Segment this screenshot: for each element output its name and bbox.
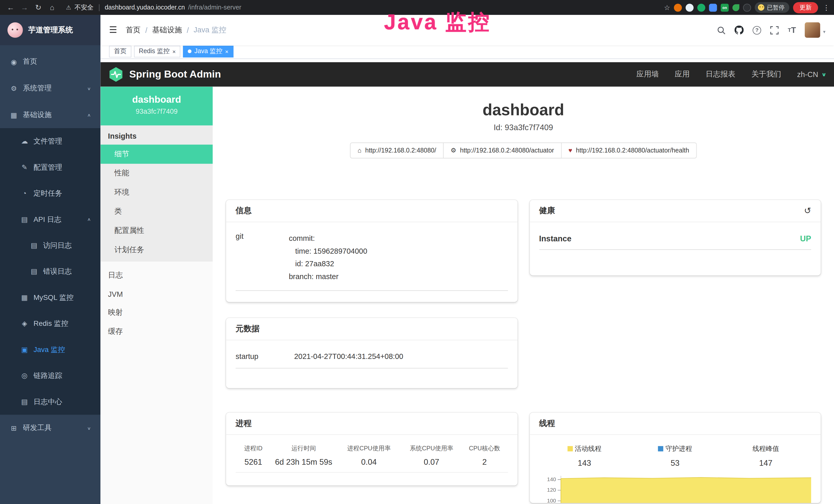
- sidebar-item-tracing[interactable]: ◎ 链路追踪: [0, 363, 101, 388]
- sba-item-scheduled[interactable]: 计划任务: [101, 240, 213, 259]
- profile-paused-badge[interactable]: 已暂停: [755, 2, 789, 13]
- legend-daemon-threads: 守护进程 53: [630, 444, 721, 467]
- sba-nav-journal[interactable]: 日志报表: [706, 70, 736, 79]
- tab-redis-monitor[interactable]: Redis 监控 ×: [134, 45, 180, 57]
- process-pid: 5261: [236, 457, 271, 466]
- extension-on-badge-icon[interactable]: on: [721, 3, 729, 11]
- cards-right-column: 健康 ↺ Instance UP: [529, 200, 821, 503]
- breadcrumb-infrastructure[interactable]: 基础设施: [152, 25, 182, 35]
- hamburger-icon[interactable]: ☰: [109, 24, 117, 36]
- sidebar-item-label: MySQL 监控: [34, 293, 73, 302]
- tab-home[interactable]: 首页: [109, 45, 132, 57]
- process-table-values: 5261 6d 23h 15m 59s 0.04 0.07 2: [236, 452, 507, 473]
- sidebar-item-error-logs[interactable]: ▤ 错误日志: [0, 258, 101, 284]
- sidebar-item-java-monitor[interactable]: ▣ Java 监控: [0, 337, 101, 363]
- sidebar-item-redis-monitor[interactable]: ◈ Redis 监控: [0, 311, 101, 336]
- git-branch-line: branch: master: [289, 270, 367, 283]
- font-size-icon[interactable]: TT: [788, 25, 796, 35]
- sba-item-mappings[interactable]: 映射: [101, 303, 213, 322]
- tab-label: Redis 监控: [139, 47, 170, 56]
- sidebar-item-api-logs[interactable]: ▤ API 日志 ∧: [0, 206, 101, 232]
- history-icon[interactable]: ↺: [804, 206, 811, 216]
- sba-item-config-props[interactable]: 配置属性: [101, 221, 213, 240]
- sba-item-details[interactable]: 细节: [101, 144, 213, 164]
- extension-drop-icon[interactable]: [685, 3, 694, 11]
- sba-language-select[interactable]: zh-CN ∨: [797, 70, 827, 78]
- app-logo[interactable]: 芋道管理系统: [0, 15, 101, 45]
- legend-value: 147: [721, 458, 811, 467]
- sidebar-item-scheduled-tasks[interactable]: ◔ 定时任务: [0, 180, 101, 206]
- health-row-instance[interactable]: Instance UP: [539, 234, 811, 250]
- infrastructure-submenu: ☁ 文件管理 ✎ 配置管理 ◔ 定时任务 ▤ API 日志 ∧: [0, 128, 101, 415]
- sidebar-item-dev-tools[interactable]: ⊞ 研发工具 ∨: [0, 415, 101, 441]
- gear-icon: ⚙: [9, 84, 18, 92]
- info-key: git: [236, 232, 289, 283]
- extension-fox-icon[interactable]: [674, 3, 682, 11]
- sba-item-classes[interactable]: 类: [101, 202, 213, 221]
- browser-home-icon[interactable]: ⌂: [46, 3, 59, 12]
- legend-live-threads: 活动线程 143: [539, 444, 630, 467]
- sidebar-item-config-mgmt[interactable]: ✎ 配置管理: [0, 154, 101, 180]
- sba-item-metrics[interactable]: 性能: [101, 164, 213, 183]
- github-icon[interactable]: [734, 25, 744, 35]
- extension-dark-icon[interactable]: [743, 3, 751, 11]
- sba-item-caches[interactable]: 缓存: [101, 322, 213, 342]
- fullscreen-icon[interactable]: [770, 26, 779, 34]
- sba-item-environment[interactable]: 环境: [101, 183, 213, 202]
- sidebar-item-log-center[interactable]: ▤ 日志中心: [0, 389, 101, 415]
- sidebar-item-file-mgmt[interactable]: ☁ 文件管理: [0, 128, 101, 154]
- spring-boot-admin: Spring Boot Admin 应用墙 应用 日志报表 关于我们 zh-CN…: [101, 59, 834, 504]
- extension-grid-icon[interactable]: [709, 3, 717, 11]
- address-bar[interactable]: ⚠ 不安全 dashboard.yudao.iocoder.cn/infra/a…: [66, 3, 241, 12]
- language-label: zh-CN: [797, 70, 818, 78]
- service-url-link[interactable]: ⌂ http://192.168.0.2:48080/: [350, 142, 444, 158]
- sba-instance-block[interactable]: dashboard 93a3fc7f7409: [101, 87, 213, 125]
- sidebar-item-infrastructure[interactable]: ▦ 基础设施 ∧: [0, 102, 101, 129]
- sidebar-item-system-mgmt[interactable]: ⚙ 系统管理 ∨: [0, 75, 101, 102]
- process-table-head: 进程ID 运行时间 进程CPU使用率 系统CPU使用率 CPU核心数: [236, 439, 507, 452]
- forward-icon[interactable]: →: [18, 3, 31, 12]
- legend-value: 53: [630, 458, 721, 467]
- sidebar-item-mysql-monitor[interactable]: ▦ MySQL 监控: [0, 284, 101, 311]
- header-actions: ? TT ▾: [717, 22, 826, 38]
- back-icon[interactable]: ←: [4, 3, 17, 12]
- user-avatar[interactable]: [805, 22, 820, 38]
- extension-green-circle-icon[interactable]: [697, 3, 705, 11]
- edit-icon: ✎: [20, 163, 29, 171]
- sidebar-item-label: 定时任务: [34, 188, 62, 198]
- sba-nav-applications[interactable]: 应用: [675, 70, 690, 79]
- user-caret-icon[interactable]: ▾: [823, 29, 825, 35]
- sidebar-item-label: 基础设施: [23, 110, 52, 120]
- tab-java-monitor[interactable]: Java 监控 ×: [183, 45, 233, 57]
- sba-item-jvm[interactable]: JVM: [101, 285, 213, 303]
- sidebar-item-home[interactable]: ◉ 首页: [0, 48, 101, 75]
- sba-logo-icon[interactable]: [108, 67, 124, 83]
- health-card: 健康 ↺ Instance UP: [529, 200, 821, 275]
- extension-leaf-icon[interactable]: [732, 4, 739, 11]
- card-title: 元数据: [236, 324, 259, 334]
- chrome-update-button[interactable]: 更新: [793, 2, 818, 13]
- page-title: dashboard: [213, 100, 834, 120]
- close-icon[interactable]: ×: [172, 48, 176, 54]
- sba-nav-about[interactable]: 关于我们: [751, 70, 781, 79]
- metadata-card: 元数据 startup 2021-04-27T00:44:31.254+08:0…: [226, 318, 517, 388]
- help-icon[interactable]: ?: [753, 26, 761, 34]
- sidebar-item-label: API 日志: [34, 215, 61, 224]
- browser-menu-icon[interactable]: ⋮: [823, 3, 830, 11]
- sba-brand-title[interactable]: Spring Boot Admin: [129, 69, 221, 81]
- font-size-small: T: [788, 27, 791, 33]
- sidebar-item-access-logs[interactable]: ▤ 访问日志: [0, 232, 101, 258]
- legend-label: 线程峰值: [752, 445, 779, 452]
- tab-label: 首页: [114, 47, 127, 56]
- health-url-link[interactable]: ♥ http://192.168.0.2:48080/actuator/heal…: [562, 142, 697, 158]
- reload-icon[interactable]: ↻: [32, 3, 45, 12]
- sba-nav-wallboard[interactable]: 应用墙: [636, 70, 659, 79]
- search-icon[interactable]: [717, 26, 726, 34]
- actuator-url-link[interactable]: ⚙ http://192.168.0.2:48080/actuator: [444, 142, 562, 158]
- close-icon[interactable]: ×: [225, 48, 228, 54]
- breadcrumb-home[interactable]: 首页: [126, 25, 140, 35]
- tab-label: Java 监控: [194, 47, 222, 56]
- bookmark-star-icon[interactable]: ☆: [664, 3, 670, 11]
- annotation-java-monitor: Java 监控: [384, 7, 491, 37]
- sba-item-logs[interactable]: 日志: [101, 266, 213, 285]
